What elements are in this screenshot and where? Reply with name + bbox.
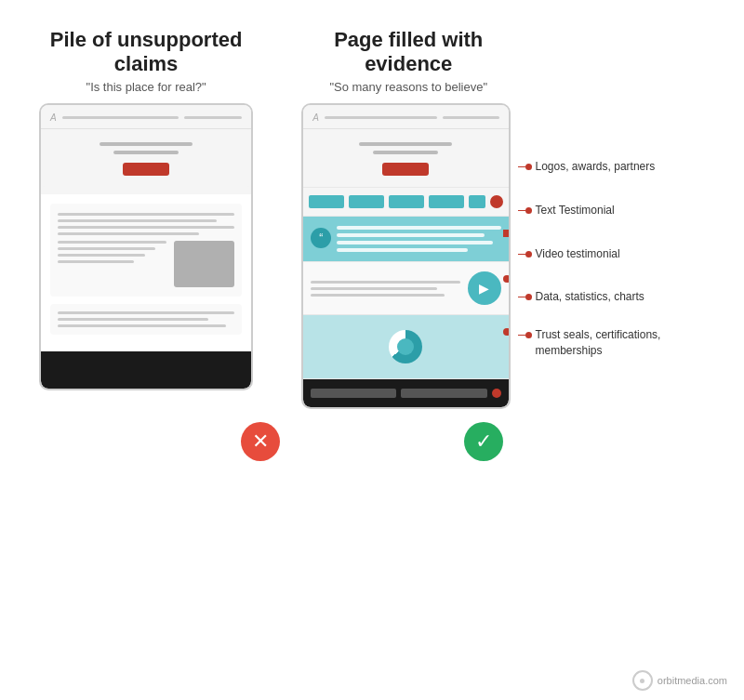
trust-label-group: Trust seals, certifications, memberships [518, 327, 726, 359]
text-line [58, 232, 199, 235]
right-title: Page filled with evidence [301, 28, 515, 76]
left-text-lines-2 [58, 311, 234, 327]
connector-line [518, 335, 525, 336]
quote-icon: “ [311, 228, 331, 248]
left-hero [41, 129, 251, 187]
connector-line [518, 297, 525, 297]
spacer-1 [518, 177, 726, 203]
play-button-icon: ▶ [468, 271, 501, 305]
video-dot [525, 251, 532, 258]
address-a-icon: A [50, 112, 57, 123]
v-line [311, 281, 459, 284]
logos-dot [525, 164, 532, 170]
logos-label: Logos, awards, partners [536, 159, 656, 175]
t-line [337, 233, 485, 237]
right-column: Page filled with evidence "So many reaso… [301, 28, 725, 409]
left-text-lines [58, 213, 234, 235]
page-container: Pile of unsupported claims "Is this plac… [0, 0, 744, 700]
connector-line [518, 166, 525, 167]
stats-label: Data, statistics, charts [536, 289, 644, 305]
logo-block-3 [389, 195, 424, 208]
stats-section [303, 315, 508, 379]
testimonial-indicator [503, 230, 511, 237]
text-line [58, 213, 234, 216]
text-line [58, 219, 217, 222]
video-text-lines [311, 281, 459, 297]
left-section-1 [50, 204, 242, 297]
right-address-bar: A [312, 112, 498, 123]
spacer-2 [518, 220, 726, 246]
rp-hero-line-1 [359, 142, 452, 146]
logo-block-5 [469, 195, 485, 208]
rp-hero-line-2 [373, 151, 438, 154]
footer-indicator-dot [492, 389, 501, 398]
right-phone: A [301, 103, 510, 409]
v-line [311, 287, 437, 290]
video-connector [518, 251, 532, 258]
left-body [41, 194, 251, 351]
video-label-group: Video testimonial [518, 246, 726, 262]
image-placeholder [174, 241, 234, 287]
left-phone-header: A [41, 105, 251, 129]
stats-label-group: Data, statistics, charts [518, 289, 726, 305]
address-line-1 [62, 116, 179, 119]
connector-line [518, 210, 525, 211]
logo-block-1 [309, 195, 344, 208]
text-line [58, 226, 234, 229]
labels-column: Logos, awards, partners Text Testimonial [518, 103, 726, 361]
right-footer [303, 379, 508, 407]
address-a-right: A [312, 112, 319, 123]
right-cta-button [382, 163, 429, 176]
address-line-2 [184, 116, 242, 119]
trust-connector [518, 332, 532, 338]
spacer-4 [518, 307, 726, 327]
left-lines-group [58, 241, 166, 287]
t-line [337, 241, 492, 244]
v-line [311, 294, 445, 297]
left-subtitle: "Is this place for real?" [86, 80, 206, 94]
left-two-col [58, 241, 234, 287]
stats-connector [518, 294, 532, 300]
spacer-3 [518, 263, 726, 289]
text-line [58, 247, 155, 250]
right-hero [303, 129, 508, 188]
testimonial-label-group: Text Testimonial [518, 203, 726, 218]
footer-block-2 [401, 389, 486, 398]
right-phone-wrapper: A [301, 103, 725, 409]
text-line [58, 324, 226, 327]
right-subtitle: "So many reasons to believe" [301, 80, 515, 94]
text-line [58, 254, 145, 257]
logos-bar [303, 188, 508, 217]
t-line [337, 226, 500, 230]
left-column: Pile of unsupported claims "Is this plac… [19, 28, 273, 409]
t-line [337, 248, 468, 252]
good-result-icon: ✓ [464, 422, 503, 461]
left-footer [41, 351, 251, 389]
testimonial-text-lines [337, 226, 500, 252]
left-title: Pile of unsupported claims [19, 28, 273, 76]
trust-label: Trust seals, certifications, memberships [536, 327, 726, 359]
text-line [58, 241, 166, 244]
logo-block-4 [429, 195, 464, 208]
testimonial-label: Text Testimonial [536, 203, 615, 218]
left-phone: A [39, 103, 253, 390]
logos-indicator-dot [490, 195, 503, 208]
testimonial-connector [518, 207, 532, 214]
orbit-dot [640, 679, 644, 683]
stats-indicator [503, 328, 511, 336]
watermark-text: orbitmedia.com [658, 675, 727, 686]
text-line [58, 311, 234, 314]
text-line [58, 318, 208, 321]
bad-result-icon: ✕ [241, 422, 280, 461]
left-cta-button [123, 163, 169, 176]
orbit-logo-icon [632, 670, 653, 691]
hero-line-1 [100, 142, 193, 146]
text-testimonial: “ [303, 217, 508, 262]
right-phone-header: A [303, 105, 508, 129]
left-address-bar: A [50, 112, 242, 123]
chart-icon [389, 330, 422, 363]
result-row: ✕ ✓ [149, 422, 595, 461]
text-line [58, 260, 134, 263]
footer-block-1 [311, 389, 396, 398]
video-label: Video testimonial [536, 246, 620, 262]
